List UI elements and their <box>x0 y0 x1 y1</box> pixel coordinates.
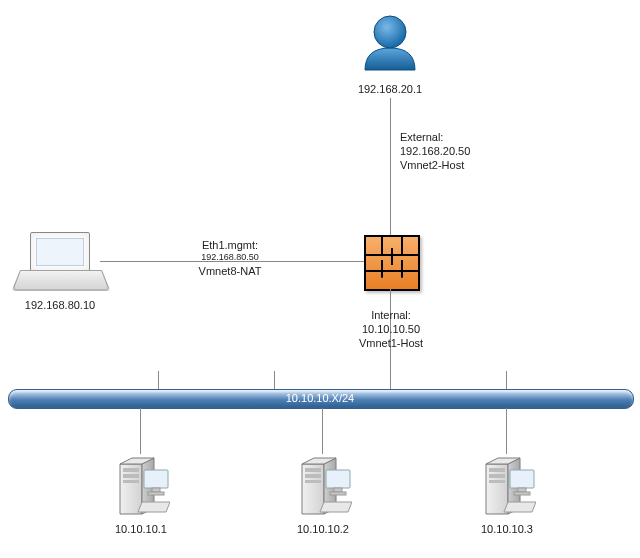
bus-tap-top-1 <box>158 371 159 389</box>
bus-drop-3 <box>506 408 507 454</box>
external-if-title: External: <box>400 130 443 144</box>
server-1-icon <box>112 454 170 516</box>
external-if-net: Vmnet2-Host <box>400 158 464 172</box>
internal-if-ip: 10.10.10.50 <box>350 322 432 336</box>
svg-point-0 <box>374 16 406 48</box>
user-icon <box>355 8 425 78</box>
bus-drop-1 <box>140 408 141 454</box>
bus-tap-top-2 <box>274 371 275 389</box>
internal-if-net: Vmnet1-Host <box>350 336 432 350</box>
firewall-icon <box>364 235 420 291</box>
user-ip: 192.168.20.1 <box>355 82 425 96</box>
link-external <box>390 98 391 235</box>
laptop-ip: 192.168.80.10 <box>5 298 115 312</box>
mgmt-if-title: Eth1.mgmt: <box>170 238 290 252</box>
server-2-icon <box>294 454 352 516</box>
external-if-ip: 192.168.20.50 <box>400 144 470 158</box>
server-2-ip: 10.10.10.2 <box>282 522 364 536</box>
bus-tap-top-3 <box>506 371 507 389</box>
laptop-icon <box>20 232 100 292</box>
server-3-ip: 10.10.10.3 <box>466 522 548 536</box>
server-1-ip: 10.10.10.1 <box>100 522 182 536</box>
bus-cidr: 10.10.10.X/24 <box>0 389 640 407</box>
mgmt-if-ip: 192.168.80.50 <box>170 252 290 264</box>
mgmt-if-net: Vmnet8-NAT <box>170 264 290 278</box>
bus-drop-2 <box>322 408 323 454</box>
internal-if-title: Internal: <box>362 308 420 322</box>
server-3-icon <box>478 454 536 516</box>
